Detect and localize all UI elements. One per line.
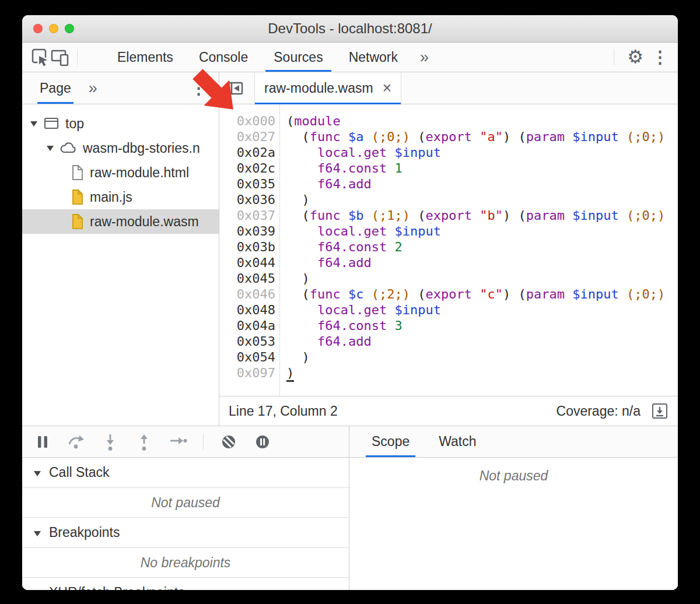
tab-console[interactable]: Console [186, 43, 261, 72]
tab-network[interactable]: Network [336, 43, 411, 72]
tree-item-label: top [65, 116, 84, 132]
code-line: 0x035 f64.add [219, 176, 678, 192]
tree-item-wasm-dbg-stories-n[interactable]: wasm-dbg-stories.n [22, 136, 219, 160]
cloud-icon [60, 142, 77, 154]
code-text: f64.add [275, 333, 372, 349]
statusbar-right-group: Coverage: n/a [556, 401, 670, 421]
byte-offset[interactable]: 0x097 [219, 365, 275, 381]
byte-offset[interactable]: 0x03b [219, 239, 275, 255]
settings-gear-icon[interactable]: ⚙ [627, 47, 643, 67]
close-tab-icon[interactable]: × [383, 80, 392, 96]
tree-item-main-js[interactable]: main.js [22, 185, 219, 209]
byte-offset[interactable]: 0x036 [219, 192, 275, 208]
tree-item-raw-module-wasm[interactable]: raw-module.wasm [22, 209, 219, 234]
tab-elements[interactable]: Elements [104, 43, 186, 72]
editor-tab-raw-module-wasm[interactable]: raw-module.wasm × [254, 72, 401, 104]
navigator-sidebar: Page » ⋮ topwasm-dbg-stories.nraw-module… [22, 72, 219, 426]
editor-pane: raw-module.wasm × 0x000(module0x027 (fun… [219, 72, 678, 426]
panel-tabs: ElementsConsoleSourcesNetwork [104, 43, 411, 72]
byte-offset[interactable]: 0x039 [219, 223, 275, 239]
tree-item-raw-module-html[interactable]: raw-module.html [22, 160, 219, 185]
byte-offset[interactable]: 0x000 [219, 113, 275, 129]
inspect-element-icon[interactable] [30, 47, 50, 67]
devtools-window: DevTools - localhost:8081/ [22, 15, 678, 590]
debugger-toolbar [22, 426, 349, 458]
byte-offset[interactable]: 0x054 [219, 349, 275, 365]
navigator-more-tabs-button[interactable]: » [82, 72, 104, 104]
file-tree: topwasm-dbg-stories.nraw-module.htmlmain… [22, 104, 219, 234]
devtools-main-toolbar: ElementsConsoleSourcesNetwork » ⚙ ⋮ [22, 43, 678, 72]
code-line: 0x044 f64.add [219, 255, 678, 271]
devtools-root: ElementsConsoleSourcesNetwork » ⚙ ⋮ Page… [22, 43, 678, 590]
tab-scope[interactable]: Scope [363, 426, 418, 457]
byte-offset[interactable]: 0x037 [219, 208, 275, 223]
navigator-menu-icon[interactable]: ⋮ [190, 78, 207, 98]
minimize-window-button[interactable] [49, 24, 58, 33]
code-text: local.get $input [275, 145, 441, 160]
byte-offset[interactable]: 0x046 [219, 286, 275, 302]
byte-offset[interactable]: 0x035 [219, 176, 275, 192]
more-panels-button[interactable]: » [411, 43, 438, 72]
byte-offset[interactable]: 0x044 [219, 255, 275, 271]
code-line: 0x046 (func $c (;2;) (export "c") (param… [219, 286, 678, 302]
tab-sources[interactable]: Sources [261, 43, 335, 72]
code-text: f64.add [275, 176, 372, 192]
editor-tabstrip: raw-module.wasm × [219, 72, 678, 104]
window-title: DevTools - localhost:8081/ [22, 20, 678, 37]
code-editor[interactable]: 0x000(module0x027 (func $a (;0;) (export… [219, 104, 678, 396]
byte-offset[interactable]: 0x053 [219, 333, 275, 349]
code-line: 0x045 ) [219, 271, 678, 286]
step-into-icon[interactable] [100, 432, 120, 452]
section-header-breakpoints[interactable]: Breakpoints [22, 518, 349, 548]
toolbar-separator [77, 49, 78, 65]
navigator-tab-page[interactable]: Page [29, 72, 82, 104]
step-out-icon[interactable] [134, 432, 154, 452]
code-text: ) [275, 365, 294, 381]
close-window-button[interactable] [33, 24, 43, 33]
code-line: 0x036 ) [219, 192, 678, 208]
disclosure-triangle-icon [29, 120, 38, 127]
code-text: f64.const 1 [275, 160, 402, 176]
byte-offset[interactable]: 0x02c [219, 160, 275, 176]
byte-offset[interactable]: 0x02a [219, 145, 275, 160]
toolbar-separator [203, 434, 204, 450]
byte-offset[interactable]: 0x04a [219, 318, 275, 333]
editor-statusbar: Line 17, Column 2 Coverage: n/a [219, 396, 678, 426]
device-toolbar-icon[interactable] [50, 47, 70, 67]
byte-offset[interactable]: 0x045 [219, 271, 275, 286]
code-text: local.get $input [275, 302, 441, 318]
code-text: ) [275, 349, 310, 365]
section-title: XHR/fetch Breakpoints [49, 585, 185, 590]
code-line: 0x03b f64.const 2 [219, 239, 678, 255]
tree-item-top[interactable]: top [22, 111, 219, 136]
section-header-call-stack[interactable]: Call Stack [22, 458, 349, 488]
pause-on-exceptions-icon[interactable] [253, 432, 272, 452]
script-icon [71, 213, 84, 230]
zoom-window-button[interactable] [65, 24, 74, 33]
code-line: 0x02c f64.const 1 [219, 160, 678, 176]
code-text: ) [275, 271, 310, 286]
code-lines: 0x000(module0x027 (func $a (;0;) (export… [219, 113, 678, 381]
code-line: 0x039 local.get $input [219, 223, 678, 239]
section-header-xhr-fetch-breakpoints[interactable]: XHR/fetch Breakpoints [22, 578, 349, 590]
byte-offset[interactable]: 0x027 [219, 129, 275, 145]
deactivate-breakpoints-icon[interactable] [219, 432, 239, 452]
section-title: Breakpoints [49, 525, 120, 540]
scope-message: Not paused [349, 458, 678, 484]
code-text: local.get $input [275, 223, 441, 239]
step-over-icon[interactable] [66, 432, 86, 452]
tab-watch[interactable]: Watch [430, 426, 484, 457]
byte-offset[interactable]: 0x048 [219, 302, 275, 318]
coverage-report-icon[interactable] [650, 401, 670, 421]
code-text: (func $b (;1;) (export "b") (param $inpu… [275, 208, 665, 223]
tree-item-label: raw-module.html [90, 165, 189, 181]
kebab-menu-icon[interactable]: ⋮ [652, 47, 668, 67]
code-line: 0x054 ) [219, 349, 678, 365]
toggle-navigator-icon[interactable] [225, 78, 245, 98]
tree-item-label: main.js [90, 189, 132, 205]
code-text: f64.const 3 [275, 318, 402, 333]
sources-content: Page » ⋮ topwasm-dbg-stories.nraw-module… [22, 72, 678, 426]
disclosure-triangle-icon [33, 525, 42, 540]
step-icon[interactable] [168, 432, 188, 452]
pause-script-icon[interactable] [33, 432, 52, 452]
